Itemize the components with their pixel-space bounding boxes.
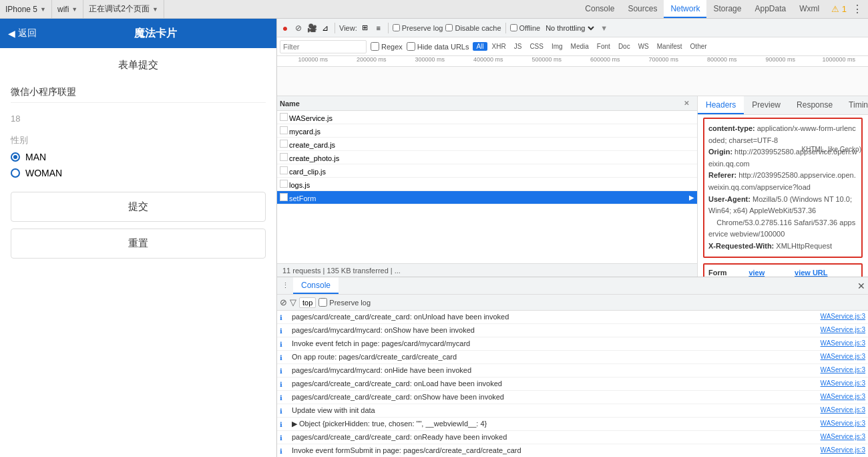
timeline-area: 100000 ms 200000 ms 300000 ms 400000 ms … bbox=[277, 56, 868, 96]
msg-source-5[interactable]: WAService.js:3 bbox=[812, 365, 865, 375]
tab-network[interactable]: Network bbox=[664, 0, 706, 18]
close-column-icon[interactable]: ✕ bbox=[684, 100, 694, 107]
msg-text-3: Invoke event fetch in page: pages/card/m… bbox=[292, 338, 812, 349]
console-msg-2: ℹ pages/card/mycard/mycard: onShow have … bbox=[277, 324, 868, 337]
network-row[interactable]: card_clip.js bbox=[277, 164, 697, 178]
devtools-nav: Console Sources Network Storage AppData … bbox=[578, 0, 868, 18]
filter-type-font[interactable]: Font bbox=[594, 42, 614, 51]
file-name: create_card.js bbox=[280, 140, 694, 149]
view-grid-icon[interactable]: ⊞ bbox=[360, 23, 371, 33]
reset-button[interactable]: 重置 bbox=[11, 228, 266, 259]
console-menu-icon[interactable]: ⋮ bbox=[277, 277, 293, 295]
wifi-selector[interactable]: wifi ▼ bbox=[52, 0, 83, 18]
info-icon-6: ℹ bbox=[280, 379, 289, 390]
hide-data-urls-group[interactable]: Hide data URLs bbox=[407, 42, 469, 51]
disable-cache-checkbox-group[interactable]: Disable cache bbox=[445, 24, 501, 32]
msg-source-8[interactable]: WAService.js:3 bbox=[812, 405, 865, 415]
msg-source-1[interactable]: WAService.js:3 bbox=[812, 311, 865, 321]
msg-source-2[interactable]: WAService.js:3 bbox=[812, 325, 865, 335]
submit-button[interactable]: 提交 bbox=[11, 192, 266, 222]
file-icon bbox=[280, 153, 288, 161]
device-selector[interactable]: IPhone 5 ▼ bbox=[0, 0, 52, 18]
tick-400: 400000 ms bbox=[459, 56, 518, 63]
filter-type-ws[interactable]: WS bbox=[635, 42, 652, 51]
network-table-container: Name ✕ WAService.js mycard.js create_car… bbox=[277, 96, 868, 277]
network-footer: 11 requests | 135 KB transferred | ... bbox=[277, 263, 697, 277]
filter-type-css[interactable]: CSS bbox=[526, 42, 547, 51]
regex-checkbox-group[interactable]: Regex bbox=[371, 42, 403, 51]
view-source-link[interactable]: view source bbox=[748, 269, 789, 277]
tick-900: 900000 ms bbox=[751, 56, 810, 63]
radio-woman[interactable]: WOMAN bbox=[11, 168, 266, 178]
network-row[interactable]: create_card.js bbox=[277, 138, 697, 151]
tab-console-panel[interactable]: Console bbox=[293, 277, 339, 294]
view-list-icon[interactable]: ≡ bbox=[373, 23, 384, 33]
camera-button[interactable]: 🎥 bbox=[306, 23, 317, 33]
console-clear-icon[interactable]: ⊘ bbox=[280, 297, 287, 307]
network-row[interactable]: logs.js bbox=[277, 178, 697, 191]
tab-sources[interactable]: Sources bbox=[621, 0, 664, 18]
msg-source-7[interactable]: WAService.js:3 bbox=[812, 392, 865, 402]
console-preserve-log-checkbox[interactable] bbox=[318, 298, 327, 307]
stop-button[interactable]: ⊘ bbox=[293, 23, 304, 33]
radio-man[interactable]: MAN bbox=[11, 152, 266, 162]
filter-type-all[interactable]: All bbox=[473, 42, 487, 51]
filter-type-doc[interactable]: Doc bbox=[615, 42, 634, 51]
tab-console[interactable]: Console bbox=[578, 0, 621, 18]
form-data-label: Form Data bbox=[708, 269, 743, 277]
record-button[interactable]: ● bbox=[280, 23, 290, 33]
msg-source-10[interactable]: WAService.js:3 bbox=[812, 432, 865, 442]
filter-input[interactable] bbox=[283, 43, 363, 51]
disable-cache-checkbox[interactable] bbox=[445, 24, 453, 31]
filter-type-manifest[interactable]: Manifest bbox=[654, 42, 686, 51]
throttle-select[interactable]: No throttling bbox=[543, 23, 596, 33]
msg-source-3[interactable]: WAService.js:3 bbox=[812, 338, 865, 348]
network-row-selected[interactable]: setForm ▶ bbox=[277, 191, 697, 204]
tab-wxml[interactable]: Wxml bbox=[793, 0, 826, 18]
preserve-log-checkbox-group[interactable]: Preserve log bbox=[393, 24, 443, 32]
separator-1 bbox=[335, 23, 335, 33]
filter-type-xhr[interactable]: XHR bbox=[489, 42, 509, 51]
filter-button[interactable]: ⊿ bbox=[320, 23, 331, 33]
view-url-encoded-link[interactable]: view URL encoded bbox=[795, 269, 857, 277]
msg-source-6[interactable]: WAService.js:3 bbox=[812, 378, 865, 388]
msg-text-10: pages/card/create_card/create_card: onRe… bbox=[292, 432, 812, 443]
console-top-button[interactable]: top bbox=[299, 297, 316, 308]
regex-checkbox[interactable] bbox=[371, 42, 379, 51]
form-data-title: Form Data view source view URL encoded bbox=[708, 269, 857, 277]
more-menu-icon[interactable]: ⋮ bbox=[847, 3, 868, 15]
filter-type-media[interactable]: Media bbox=[568, 42, 592, 51]
console-close-button[interactable]: ✕ bbox=[855, 277, 868, 295]
preserve-log-checkbox[interactable] bbox=[393, 24, 400, 31]
tab-appdata[interactable]: AppData bbox=[748, 0, 793, 18]
file-name-selected: setForm bbox=[280, 193, 689, 202]
gender-title: 性别 bbox=[11, 134, 266, 146]
tab-headers[interactable]: Headers bbox=[698, 96, 744, 114]
file-name: logs.js bbox=[280, 180, 694, 189]
tab-preview[interactable]: Preview bbox=[744, 96, 789, 114]
back-button[interactable]: ◀ 返回 bbox=[8, 27, 37, 39]
msg-source-4[interactable]: WAService.js:3 bbox=[812, 351, 865, 361]
filter-type-other[interactable]: Other bbox=[687, 42, 710, 51]
tab-response[interactable]: Response bbox=[789, 96, 841, 114]
header-line-referer: Referer: http://2039952580.appservice.op… bbox=[708, 170, 857, 193]
filter-type-img[interactable]: Img bbox=[548, 42, 566, 51]
network-row[interactable]: WAService.js bbox=[277, 111, 697, 124]
msg-source-9[interactable]: WAService.js:3 bbox=[812, 418, 865, 428]
network-row[interactable]: mycard.js bbox=[277, 124, 697, 138]
tab-storage[interactable]: Storage bbox=[706, 0, 748, 18]
info-icon-2: ℹ bbox=[280, 326, 289, 336]
msg-text-4: On app route: pages/card/create_card/cre… bbox=[292, 351, 812, 363]
timeline-bars[interactable] bbox=[277, 67, 868, 96]
console-filter-icon[interactable]: ▽ bbox=[290, 297, 296, 307]
msg-source-11[interactable]: WAService.js:3 bbox=[812, 445, 865, 455]
console-preserve-log-group[interactable]: Preserve log bbox=[318, 298, 371, 307]
offline-checkbox-group[interactable]: Offline bbox=[510, 24, 541, 32]
filter-type-js[interactable]: JS bbox=[511, 42, 525, 51]
hide-data-urls-checkbox[interactable] bbox=[407, 42, 415, 51]
network-row[interactable]: create_photo.js bbox=[277, 151, 697, 164]
tab-timing[interactable]: Timing bbox=[841, 96, 868, 114]
offline-checkbox[interactable] bbox=[510, 24, 517, 31]
console-msg-9: ℹ ▶ Object {pickerHidden: true, chosen: … bbox=[277, 418, 868, 431]
page-selector[interactable]: 正在调试2个页面 ▼ bbox=[83, 0, 164, 18]
